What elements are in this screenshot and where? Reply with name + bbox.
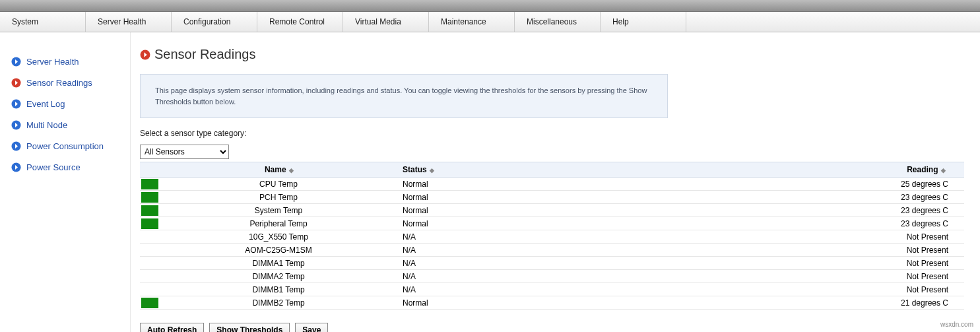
status-swatch — [141, 205, 158, 216]
sensor-name: DIMMB1 Temp — [160, 283, 397, 296]
table-header-reading[interactable]: Reading ◆ — [609, 162, 964, 178]
sensor-type-select[interactable]: All Sensors — [140, 145, 229, 159]
status-swatch — [141, 271, 158, 282]
table-row[interactable]: Peripheral TempNormal23 degrees C — [140, 217, 964, 230]
status-swatch-cell — [140, 244, 160, 257]
status-swatch-cell — [140, 191, 160, 204]
table-header-swatch — [140, 162, 160, 178]
sensor-reading: Not Present — [609, 230, 964, 244]
menu-miscellaneous[interactable]: Miscellaneous — [515, 12, 601, 32]
sensor-reading: Not Present — [609, 270, 964, 283]
status-swatch-cell — [140, 217, 160, 230]
sidebar-item-label: Sensor Readings — [26, 78, 92, 88]
status-swatch-cell — [140, 204, 160, 217]
table-row[interactable]: DIMMA1 TempN/ANot Present — [140, 257, 964, 270]
sensor-table: Name ◆ Status ◆ Reading ◆ CPU TempNormal… — [140, 162, 964, 310]
status-swatch — [141, 298, 158, 308]
sensor-name: PCH Temp — [160, 191, 397, 204]
status-swatch — [141, 284, 158, 295]
table-row[interactable]: CPU TempNormal25 degrees C — [140, 178, 964, 191]
table-row[interactable]: System TempNormal23 degrees C — [140, 204, 964, 217]
sensor-name: CPU Temp — [160, 178, 397, 191]
sensor-status: N/A — [397, 270, 609, 283]
sensor-name: DIMMB2 Temp — [160, 296, 397, 310]
sidebar-item-sensor-readings[interactable]: Sensor Readings — [11, 72, 122, 93]
arrow-right-icon — [11, 119, 21, 130]
sidebar-item-multi-node[interactable]: Multi Node — [11, 114, 122, 135]
sensor-name: DIMMA2 Temp — [160, 270, 397, 283]
sensor-status: N/A — [397, 257, 609, 270]
sensor-reading: 21 degrees C — [609, 296, 964, 310]
status-swatch-cell — [140, 257, 160, 270]
sidebar-item-label: Multi Node — [26, 120, 67, 130]
arrow-right-icon — [11, 141, 21, 151]
status-swatch-cell — [140, 283, 160, 296]
arrow-right-icon — [11, 98, 21, 109]
table-row[interactable]: 10G_X550 TempN/ANot Present — [140, 230, 964, 244]
page-title: Sensor Readings — [154, 47, 255, 62]
sensor-name: System Temp — [160, 204, 397, 217]
sort-icon: ◆ — [289, 167, 293, 174]
info-box: This page displays system sensor informa… — [140, 74, 668, 118]
show-thresholds-button[interactable]: Show Thresholds — [209, 323, 290, 332]
auto-refresh-button[interactable]: Auto Refresh — [140, 323, 204, 332]
sidebar-item-label: Power Consumption — [26, 141, 104, 151]
status-swatch-cell — [140, 296, 160, 310]
sort-icon: ◆ — [430, 167, 434, 174]
table-row[interactable]: AOM-C25G-M1SMN/ANot Present — [140, 244, 964, 257]
table-row[interactable]: DIMMB2 TempNormal21 degrees C — [140, 296, 964, 310]
table-row[interactable]: DIMMB1 TempN/ANot Present — [140, 283, 964, 296]
arrow-right-icon — [11, 162, 21, 172]
save-button[interactable]: Save — [295, 323, 328, 332]
arrow-right-icon — [11, 56, 21, 67]
main-content: Sensor Readings This page displays syste… — [131, 32, 980, 332]
sensor-status: N/A — [397, 283, 609, 296]
menu-remote-control[interactable]: Remote Control — [257, 12, 343, 32]
status-swatch-cell — [140, 178, 160, 191]
sidebar-item-power-consumption[interactable]: Power Consumption — [11, 135, 122, 156]
sensor-name: Peripheral Temp — [160, 217, 397, 230]
sensor-reading: Not Present — [609, 257, 964, 270]
sidebar: Server Health Sensor Readings Event Log … — [0, 32, 131, 332]
sensor-type-label: Select a sensor type category: — [140, 129, 964, 138]
menu-configuration[interactable]: Configuration — [172, 12, 257, 32]
sensor-status: Normal — [397, 191, 609, 204]
sensor-status: Normal — [397, 204, 609, 217]
table-header-status[interactable]: Status ◆ — [397, 162, 609, 178]
menu-maintenance[interactable]: Maintenance — [429, 12, 515, 32]
sensor-reading: Not Present — [609, 244, 964, 257]
menubar: System Server Health Configuration Remot… — [0, 12, 980, 32]
sidebar-item-event-log[interactable]: Event Log — [11, 93, 122, 114]
status-swatch — [141, 192, 158, 203]
sidebar-item-power-source[interactable]: Power Source — [11, 156, 122, 178]
menu-virtual-media[interactable]: Virtual Media — [343, 12, 429, 32]
status-swatch-cell — [140, 270, 160, 283]
sidebar-item-server-health[interactable]: Server Health — [11, 51, 122, 72]
menu-server-health[interactable]: Server Health — [86, 12, 172, 32]
arrow-right-icon — [140, 50, 150, 60]
sidebar-item-label: Power Source — [26, 162, 81, 172]
sidebar-item-label: Server Health — [26, 57, 79, 67]
sensor-name: AOM-C25G-M1SM — [160, 244, 397, 257]
sensor-reading: 23 degrees C — [609, 204, 964, 217]
sensor-status: Normal — [397, 178, 609, 191]
sensor-reading: 23 degrees C — [609, 217, 964, 230]
menu-help[interactable]: Help — [601, 12, 686, 32]
sensor-reading: 25 degrees C — [609, 178, 964, 191]
sensor-status: Normal — [397, 217, 609, 230]
table-row[interactable]: DIMMA2 TempN/ANot Present — [140, 270, 964, 283]
status-swatch-cell — [140, 230, 160, 244]
table-header-name[interactable]: Name ◆ — [160, 162, 397, 178]
topbar — [0, 0, 980, 12]
sensor-name: 10G_X550 Temp — [160, 230, 397, 244]
table-row[interactable]: PCH TempNormal23 degrees C — [140, 191, 964, 204]
menu-system[interactable]: System — [0, 12, 86, 32]
status-swatch — [141, 232, 158, 242]
sort-icon: ◆ — [940, 167, 944, 174]
status-swatch — [141, 258, 158, 269]
sensor-reading: Not Present — [609, 283, 964, 296]
sensor-status: N/A — [397, 230, 609, 244]
sensor-status: Normal — [397, 296, 609, 310]
sensor-name: DIMMA1 Temp — [160, 257, 397, 270]
status-swatch — [141, 218, 158, 229]
